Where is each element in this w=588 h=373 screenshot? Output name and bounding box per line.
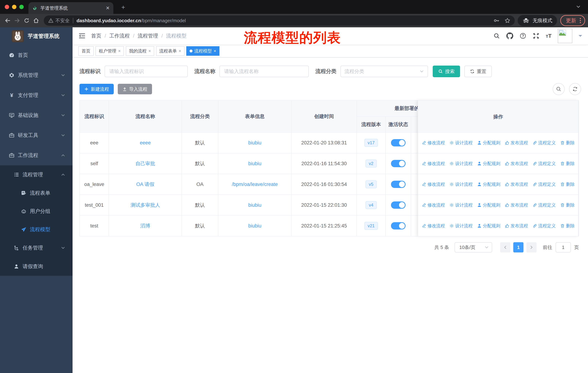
traffic-lights[interactable]	[5, 5, 24, 9]
hamburger-fold-icon[interactable]	[78, 32, 86, 40]
form-info-link[interactable]: biubiu	[248, 140, 261, 146]
action-分配规则[interactable]: 分配规则	[477, 140, 500, 146]
search-button[interactable]: 搜索	[433, 66, 460, 77]
user-avatar[interactable]	[558, 29, 572, 43]
action-发布流程[interactable]: 发布流程	[505, 140, 528, 146]
avatar-caret-icon[interactable]	[578, 35, 582, 39]
action-设计流程[interactable]: 设计流程	[449, 223, 473, 229]
home-icon[interactable]	[31, 18, 41, 24]
sidebar-item-10[interactable]: 任务管理	[0, 239, 73, 257]
security-warning[interactable]: 不安全	[48, 18, 70, 24]
app-logo-row[interactable]: 芋道管理系统	[0, 27, 73, 45]
action-修改流程[interactable]: 修改流程	[422, 181, 445, 187]
form-info-link[interactable]: biubiu	[248, 202, 261, 208]
action-流程定义[interactable]: 流程定义	[532, 223, 556, 229]
sidebar-item-9[interactable]: 流程模型	[0, 220, 73, 239]
zoom-window-button[interactable]	[19, 5, 24, 9]
action-发布流程[interactable]: 发布流程	[505, 223, 528, 229]
action-修改流程[interactable]: 修改流程	[422, 202, 445, 208]
action-修改流程[interactable]: 修改流程	[422, 223, 445, 229]
tag-租户管理[interactable]: 租户管理×	[95, 46, 124, 56]
sidebar-item-11[interactable]: 请假查询	[0, 257, 73, 276]
sidebar-item-7[interactable]: 流程表单	[0, 184, 73, 202]
refresh-table-button[interactable]	[569, 83, 581, 95]
goto-page-input[interactable]	[556, 242, 571, 252]
action-发布流程[interactable]: 发布流程	[505, 161, 528, 166]
tag-流程表单[interactable]: 流程表单×	[156, 46, 184, 56]
active-toggle[interactable]	[391, 222, 406, 230]
action-流程定义[interactable]: 流程定义	[532, 181, 556, 187]
tag-我的流程[interactable]: 我的流程×	[126, 46, 154, 56]
sidebar-item-0[interactable]: 首页	[0, 45, 73, 65]
active-toggle[interactable]	[391, 160, 406, 167]
active-toggle[interactable]	[391, 139, 406, 146]
breadcrumb-item[interactable]: 工作流程	[109, 32, 130, 39]
process-name-link[interactable]: 自己审批	[136, 161, 155, 166]
action-设计流程[interactable]: 设计流程	[449, 202, 473, 208]
form-info-link[interactable]: /bpm/oa/leave/create	[232, 181, 278, 187]
close-window-button[interactable]	[5, 5, 9, 9]
create-process-button[interactable]: 新建流程	[79, 84, 114, 94]
browser-tab[interactable]: 芋道管理系统 ✕	[28, 2, 113, 14]
tag-close-icon[interactable]: ×	[179, 49, 181, 53]
github-icon[interactable]	[506, 32, 513, 39]
url-bar[interactable]: 不安全 dashboard.yudao.iocoder.cn/bpm/manag…	[44, 15, 515, 26]
prev-page-button[interactable]	[500, 242, 510, 252]
tag-close-icon[interactable]: ×	[118, 49, 121, 53]
tag-close-icon[interactable]: ×	[148, 49, 151, 53]
reset-button[interactable]: 重置	[464, 66, 492, 77]
form-info-link[interactable]: biubiu	[248, 161, 261, 166]
forward-icon[interactable]	[12, 18, 22, 24]
new-tab-button[interactable]: ＋	[119, 3, 127, 11]
process-name-link[interactable]: OA 请假	[136, 181, 154, 187]
tab-search-chevron-icon[interactable]	[576, 4, 581, 9]
action-发布流程[interactable]: 发布流程	[505, 181, 528, 187]
action-删除[interactable]: 删除	[560, 223, 575, 229]
action-流程定义[interactable]: 流程定义	[532, 161, 556, 166]
process-key-input[interactable]	[105, 66, 188, 77]
active-toggle[interactable]	[391, 181, 406, 188]
category-select[interactable]: 流程分类	[340, 66, 428, 77]
action-设计流程[interactable]: 设计流程	[449, 161, 473, 166]
back-icon[interactable]	[3, 18, 12, 24]
process-name-link[interactable]: 测试多审批人	[130, 202, 160, 208]
action-流程定义[interactable]: 流程定义	[532, 202, 556, 208]
active-toggle[interactable]	[391, 202, 406, 209]
action-设计流程[interactable]: 设计流程	[449, 140, 473, 146]
process-name-link[interactable]: 滔博	[140, 223, 150, 229]
search-icon[interactable]	[493, 32, 500, 39]
breadcrumb-item[interactable]: 流程管理	[138, 32, 158, 39]
font-size-icon[interactable]: TT	[546, 33, 552, 39]
process-name-link[interactable]: eeee	[140, 140, 151, 146]
sidebar-item-4[interactable]: 研发工具	[0, 125, 73, 145]
sidebar-item-1[interactable]: 系统管理	[0, 65, 73, 85]
browser-menu-icon[interactable]	[580, 18, 581, 23]
sidebar-item-2[interactable]: ¥支付管理	[0, 85, 73, 105]
action-发布流程[interactable]: 发布流程	[505, 202, 528, 208]
process-name-input[interactable]	[220, 66, 309, 77]
reload-icon[interactable]	[22, 18, 31, 23]
tag-close-icon[interactable]: ×	[214, 49, 216, 53]
action-删除[interactable]: 删除	[560, 202, 575, 208]
update-button[interactable]: 更新	[560, 15, 585, 26]
action-设计流程[interactable]: 设计流程	[449, 181, 473, 187]
breadcrumb-item[interactable]: 首页	[91, 32, 101, 39]
password-key-icon[interactable]	[494, 18, 500, 24]
action-分配规则[interactable]: 分配规则	[477, 202, 500, 208]
action-分配规则[interactable]: 分配规则	[477, 223, 500, 229]
import-process-button[interactable]: 导入流程	[118, 84, 152, 94]
sidebar-item-5[interactable]: 工作流程	[0, 145, 73, 165]
action-删除[interactable]: 删除	[560, 181, 575, 187]
tag-首页[interactable]: 首页	[78, 46, 94, 56]
question-help-icon[interactable]	[519, 32, 526, 39]
page-size-select[interactable]: 10条/页	[455, 242, 492, 252]
action-流程定义[interactable]: 流程定义	[532, 140, 556, 146]
action-删除[interactable]: 删除	[560, 140, 575, 146]
tag-流程模型[interactable]: 流程模型×	[186, 46, 220, 56]
sidebar-item-3[interactable]: 基础设施	[0, 105, 73, 125]
action-删除[interactable]: 删除	[560, 161, 575, 166]
form-info-link[interactable]: biubiu	[248, 223, 261, 229]
action-修改流程[interactable]: 修改流程	[422, 161, 445, 166]
sidebar-item-6[interactable]: 流程管理	[0, 165, 73, 184]
tab-close-icon[interactable]: ✕	[106, 5, 110, 11]
